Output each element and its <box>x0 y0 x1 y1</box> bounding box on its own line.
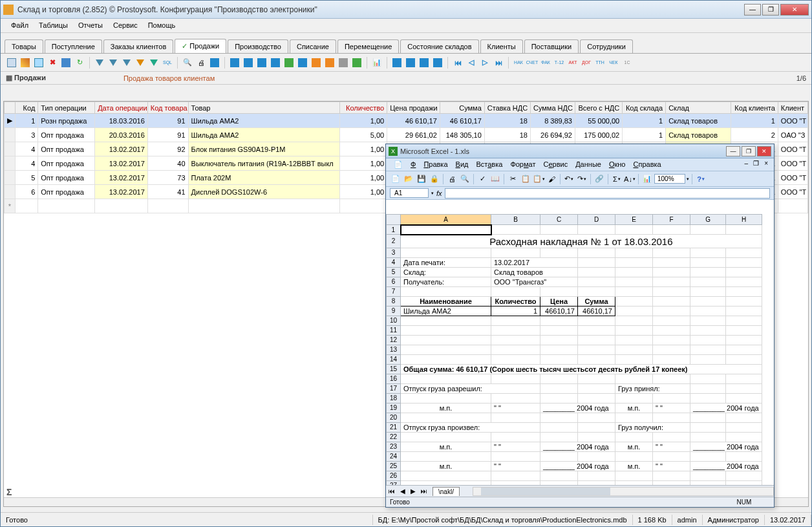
menu-help[interactable]: Помощь <box>143 20 181 31</box>
excel-formula-input[interactable] <box>445 188 770 199</box>
xl-save-icon[interactable]: 💾 <box>416 173 427 185</box>
xl-col-H[interactable]: H <box>726 215 762 225</box>
xl-redo-icon[interactable]: ↷ <box>576 173 588 185</box>
xl-copy-icon[interactable]: 📋 <box>520 173 531 185</box>
chart-icon[interactable]: 📊 <box>371 57 383 69</box>
excel-maximize-button[interactable]: ❐ <box>742 146 756 156</box>
tab-sales[interactable]: ✓Продажи <box>175 39 226 53</box>
xl-col-A[interactable]: A <box>401 215 491 225</box>
xl-open-icon[interactable]: 📂 <box>403 173 414 185</box>
sheet-nav-prev-icon[interactable]: ◀ <box>398 488 408 495</box>
form3-icon[interactable] <box>418 57 430 69</box>
minimize-button[interactable]: — <box>744 4 761 16</box>
doc-minimize-button[interactable]: – <box>743 160 751 169</box>
doc-akt-icon[interactable]: АКТ <box>567 57 579 69</box>
print-icon[interactable]: 🖨 <box>195 57 207 69</box>
doc-nak-icon[interactable]: НАК <box>513 57 524 69</box>
fx-icon[interactable]: fx <box>436 189 442 197</box>
sheet-nav-next-icon[interactable]: ▶ <box>408 488 418 495</box>
excel-sheet[interactable]: A B C D E F G H 1 2Расходная накладная №… <box>386 214 774 485</box>
xl-spell-icon[interactable]: ✓ <box>476 173 488 185</box>
excel-system-icon[interactable]: 📄 <box>390 160 407 169</box>
xl-preview-icon[interactable]: 🔍 <box>459 173 471 185</box>
export-excel-icon[interactable] <box>283 57 295 69</box>
tab-writeoff[interactable]: Списание <box>290 39 336 53</box>
excel-menu-format[interactable]: Формат <box>506 160 539 169</box>
filter3-icon[interactable] <box>121 57 133 69</box>
close-button[interactable]: ✕ <box>780 4 809 16</box>
col-date[interactable]: Дата операции <box>95 102 148 114</box>
sheet-tab-nakl[interactable]: \nakl/ <box>433 487 460 496</box>
refresh-icon[interactable]: ↻ <box>74 57 85 69</box>
col-marker[interactable] <box>5 102 16 114</box>
col-kk[interactable]: Код клиента <box>731 102 778 114</box>
xl-research-icon[interactable]: 📖 <box>489 173 501 185</box>
excel-menu-tools[interactable]: Сервис <box>539 160 572 169</box>
xl-paste-icon[interactable]: 📋 <box>533 173 544 185</box>
table-row[interactable]: ▶1Розн продажа18.03.201691Шильда AMA21,0… <box>5 114 808 128</box>
excel-menu-file[interactable]: Ф <box>407 160 420 169</box>
maximize-button[interactable]: ❐ <box>762 4 779 16</box>
xl-undo-icon[interactable]: ↶ <box>563 173 575 185</box>
col-snds[interactable]: Сумма НДС <box>530 102 575 114</box>
nav-last-icon[interactable]: ⏭ <box>493 57 504 69</box>
export1-icon[interactable] <box>229 57 240 69</box>
nav-next-icon[interactable]: ▷ <box>479 57 491 69</box>
col-kod[interactable]: Код <box>15 102 38 114</box>
col-ks[interactable]: Код склада <box>623 102 666 114</box>
xl-print-icon[interactable]: 🖨 <box>446 173 458 185</box>
menu-file[interactable]: Файл <box>6 20 34 31</box>
xl-col-F[interactable]: F <box>653 215 690 225</box>
doc-close-button[interactable]: × <box>762 160 770 169</box>
excel-menu-insert[interactable]: Вставка <box>472 160 506 169</box>
menu-service[interactable]: Сервис <box>108 20 143 31</box>
cell-A1[interactable] <box>401 225 491 235</box>
nav-prev-icon[interactable]: ◁ <box>465 57 477 69</box>
xl-perm-icon[interactable]: 🔒 <box>429 173 440 185</box>
col-kodtov[interactable]: Код товара <box>147 102 188 114</box>
xl-col-G[interactable]: G <box>690 215 726 225</box>
doc-chek-icon[interactable]: ЧЕК <box>608 57 619 69</box>
doc-dog-icon[interactable]: ДОГ <box>581 57 592 69</box>
xl-chart-icon[interactable]: 📊 <box>641 173 653 185</box>
new-icon[interactable] <box>6 57 17 69</box>
export7-icon[interactable] <box>337 57 349 69</box>
excel-menu-data[interactable]: Данные <box>572 160 605 169</box>
form4-icon[interactable] <box>432 57 443 69</box>
sheet-nav-first-icon[interactable]: ⏮ <box>386 488 398 495</box>
excel-menu-window[interactable]: Окно <box>605 160 630 169</box>
xl-sort-icon[interactable]: A↓ <box>624 173 636 185</box>
filter1-icon[interactable] <box>94 57 105 69</box>
save-icon[interactable] <box>60 57 72 69</box>
excel-menu-help[interactable]: Справка <box>629 160 665 169</box>
doc-fak-icon[interactable]: ФАК <box>540 57 551 69</box>
col-qty[interactable]: Количество <box>339 102 387 114</box>
export-html-icon[interactable] <box>310 57 322 69</box>
xl-fmtpaint-icon[interactable]: 🖌 <box>546 173 557 185</box>
export4-icon[interactable] <box>270 57 281 69</box>
xl-cut-icon[interactable]: ✂ <box>507 173 518 185</box>
doc-1c-icon[interactable]: 1С <box>621 57 633 69</box>
doc-schet-icon[interactable]: СЧЕТ <box>526 57 538 69</box>
table-row[interactable]: 3Опт продажа20.03.201691Шильда AMA25,002… <box>5 128 808 142</box>
tab-clients[interactable]: Клиенты <box>480 39 523 53</box>
doc-ttn-icon[interactable]: ТТН <box>594 57 606 69</box>
tab-incoming[interactable]: Поступление <box>45 39 102 53</box>
tab-employees[interactable]: Сотрудники <box>580 39 633 53</box>
xl-zoom-input[interactable]: 100% <box>654 174 685 184</box>
excel-close-button[interactable]: ✕ <box>757 146 771 156</box>
col-klient[interactable]: Клиент <box>778 102 807 114</box>
export-word-icon[interactable] <box>297 57 308 69</box>
tab-orders[interactable]: Заказы клиентов <box>103 39 173 53</box>
form2-icon[interactable] <box>405 57 416 69</box>
tab-production[interactable]: Производство <box>228 39 288 53</box>
excel-menu-view[interactable]: Вид <box>452 160 473 169</box>
filter4-icon[interactable] <box>134 57 146 69</box>
xl-col-C[interactable]: C <box>540 215 578 225</box>
doc-restore-button[interactable]: ❐ <box>751 160 761 169</box>
doc-title[interactable]: Расходная накладная № 1 от 18.03.2016 <box>401 235 762 248</box>
tab-stock[interactable]: Состояние складов <box>400 39 478 53</box>
export6-icon[interactable] <box>324 57 336 69</box>
export8-icon[interactable] <box>351 57 363 69</box>
doc-t12-icon[interactable]: Т-12 <box>553 57 565 69</box>
